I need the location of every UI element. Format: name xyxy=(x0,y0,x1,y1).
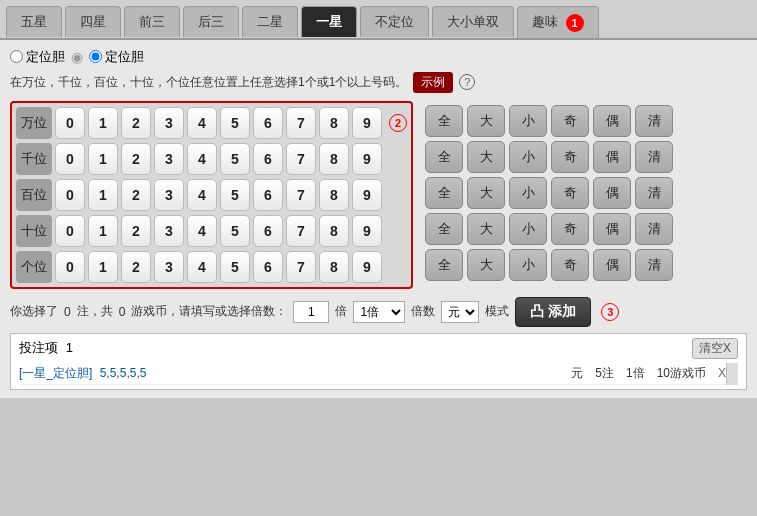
btn-bai-big[interactable]: 大 xyxy=(467,177,505,209)
btn-wan-6[interactable]: 6 xyxy=(253,107,283,139)
btn-wan-1[interactable]: 1 xyxy=(88,107,118,139)
btn-qian-4[interactable]: 4 xyxy=(187,143,217,175)
btn-ge-7[interactable]: 7 xyxy=(286,251,316,283)
btn-shi-5[interactable]: 5 xyxy=(220,215,250,247)
btn-bai-even[interactable]: 偶 xyxy=(593,177,631,209)
btn-ge-big[interactable]: 大 xyxy=(467,249,505,281)
btn-wan-big[interactable]: 大 xyxy=(467,105,505,137)
btn-wan-even[interactable]: 偶 xyxy=(593,105,631,137)
btn-wan-3[interactable]: 3 xyxy=(154,107,184,139)
btn-wan-7[interactable]: 7 xyxy=(286,107,316,139)
multiplier-input[interactable] xyxy=(293,301,329,323)
btn-qian-3[interactable]: 3 xyxy=(154,143,184,175)
btn-qian-even[interactable]: 偶 xyxy=(593,141,631,173)
btn-ge-1[interactable]: 1 xyxy=(88,251,118,283)
btn-qian-5[interactable]: 5 xyxy=(220,143,250,175)
btn-wan-clear[interactable]: 清 xyxy=(635,105,673,137)
btn-ge-6[interactable]: 6 xyxy=(253,251,283,283)
btn-wan-small[interactable]: 小 xyxy=(509,105,547,137)
btn-bai-7[interactable]: 7 xyxy=(286,179,316,211)
btn-shi-big[interactable]: 大 xyxy=(467,213,505,245)
btn-ge-clear[interactable]: 清 xyxy=(635,249,673,281)
tab-sixing[interactable]: 四星 xyxy=(65,6,121,37)
btn-ge-8[interactable]: 8 xyxy=(319,251,349,283)
btn-bai-2[interactable]: 2 xyxy=(121,179,151,211)
btn-bai-3[interactable]: 3 xyxy=(154,179,184,211)
btn-shi-clear[interactable]: 清 xyxy=(635,213,673,245)
tab-quwei[interactable]: 趣味 1 xyxy=(517,6,599,38)
btn-bai-6[interactable]: 6 xyxy=(253,179,283,211)
btn-wan-all[interactable]: 全 xyxy=(425,105,463,137)
btn-ge-0[interactable]: 0 xyxy=(55,251,85,283)
btn-shi-9[interactable]: 9 xyxy=(352,215,382,247)
btn-qian-all[interactable]: 全 xyxy=(425,141,463,173)
tab-wuxing[interactable]: 五星 xyxy=(6,6,62,37)
btn-bai-all[interactable]: 全 xyxy=(425,177,463,209)
btn-ge-9[interactable]: 9 xyxy=(352,251,382,283)
tab-budingwei[interactable]: 不定位 xyxy=(360,6,429,37)
btn-ge-4[interactable]: 4 xyxy=(187,251,217,283)
btn-ge-3[interactable]: 3 xyxy=(154,251,184,283)
question-icon[interactable]: ? xyxy=(459,74,475,90)
btn-bai-clear[interactable]: 清 xyxy=(635,177,673,209)
btn-bai-9[interactable]: 9 xyxy=(352,179,382,211)
btn-bai-5[interactable]: 5 xyxy=(220,179,250,211)
btn-wan-8[interactable]: 8 xyxy=(319,107,349,139)
btn-qian-8[interactable]: 8 xyxy=(319,143,349,175)
btn-wan-2[interactable]: 2 xyxy=(121,107,151,139)
btn-bai-odd[interactable]: 奇 xyxy=(551,177,589,209)
currency-select[interactable]: 元 xyxy=(441,301,479,323)
btn-bai-8[interactable]: 8 xyxy=(319,179,349,211)
btn-ge-odd[interactable]: 奇 xyxy=(551,249,589,281)
btn-shi-3[interactable]: 3 xyxy=(154,215,184,247)
btn-ge-all[interactable]: 全 xyxy=(425,249,463,281)
btn-ge-2[interactable]: 2 xyxy=(121,251,151,283)
tab-yixing[interactable]: 一星 xyxy=(301,6,357,37)
btn-ge-even[interactable]: 偶 xyxy=(593,249,631,281)
clear-all-button[interactable]: 清空X xyxy=(692,338,738,359)
scrollbar[interactable] xyxy=(726,363,738,385)
btn-bai-small[interactable]: 小 xyxy=(509,177,547,209)
btn-shi-2[interactable]: 2 xyxy=(121,215,151,247)
btn-bai-4[interactable]: 4 xyxy=(187,179,217,211)
btn-qian-big[interactable]: 大 xyxy=(467,141,505,173)
btn-wan-5[interactable]: 5 xyxy=(220,107,250,139)
radio-label-2[interactable]: 定位胆 xyxy=(89,48,144,66)
add-button[interactable]: 凸 添加 xyxy=(515,297,591,327)
bet-remove-button[interactable]: X xyxy=(718,366,726,380)
radio-label-1[interactable]: 定位胆 xyxy=(10,48,65,66)
btn-bai-0[interactable]: 0 xyxy=(55,179,85,211)
btn-shi-all[interactable]: 全 xyxy=(425,213,463,245)
btn-shi-odd[interactable]: 奇 xyxy=(551,213,589,245)
btn-shi-4[interactable]: 4 xyxy=(187,215,217,247)
btn-wan-0[interactable]: 0 xyxy=(55,107,85,139)
btn-wan-odd[interactable]: 奇 xyxy=(551,105,589,137)
btn-shi-8[interactable]: 8 xyxy=(319,215,349,247)
btn-shi-6[interactable]: 6 xyxy=(253,215,283,247)
btn-qian-small[interactable]: 小 xyxy=(509,141,547,173)
radio-dingweidan1[interactable] xyxy=(10,50,23,63)
btn-shi-1[interactable]: 1 xyxy=(88,215,118,247)
btn-ge-5[interactable]: 5 xyxy=(220,251,250,283)
btn-qian-2[interactable]: 2 xyxy=(121,143,151,175)
tab-daxiodanshuang[interactable]: 大小单双 xyxy=(432,6,514,37)
btn-qian-7[interactable]: 7 xyxy=(286,143,316,175)
tab-erxing[interactable]: 二星 xyxy=(242,6,298,37)
btn-shi-even[interactable]: 偶 xyxy=(593,213,631,245)
tab-qiansan[interactable]: 前三 xyxy=(124,6,180,37)
btn-qian-9[interactable]: 9 xyxy=(352,143,382,175)
btn-shi-small[interactable]: 小 xyxy=(509,213,547,245)
btn-wan-9[interactable]: 9 xyxy=(352,107,382,139)
btn-shi-0[interactable]: 0 xyxy=(55,215,85,247)
example-button[interactable]: 示例 xyxy=(413,72,453,93)
btn-shi-7[interactable]: 7 xyxy=(286,215,316,247)
btn-qian-clear[interactable]: 清 xyxy=(635,141,673,173)
btn-qian-odd[interactable]: 奇 xyxy=(551,141,589,173)
radio-dingweidan2[interactable] xyxy=(89,50,102,63)
tab-housan[interactable]: 后三 xyxy=(183,6,239,37)
multiplier-select[interactable]: 1倍 2倍 5倍 10倍 xyxy=(353,301,405,323)
btn-ge-small[interactable]: 小 xyxy=(509,249,547,281)
btn-wan-4[interactable]: 4 xyxy=(187,107,217,139)
btn-qian-0[interactable]: 0 xyxy=(55,143,85,175)
btn-bai-1[interactable]: 1 xyxy=(88,179,118,211)
